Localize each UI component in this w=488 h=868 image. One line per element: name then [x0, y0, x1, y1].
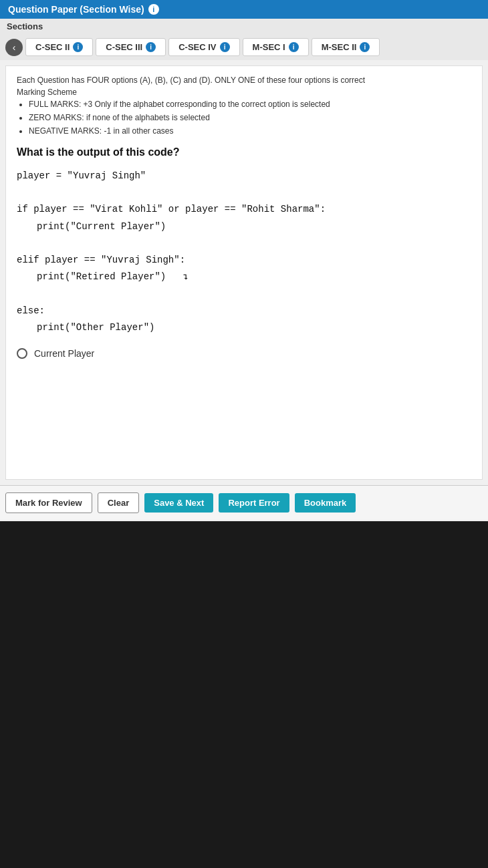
- question-text: What is the output of this code?: [17, 146, 471, 158]
- marking-scheme-info: Each Question has FOUR options (A), (B),…: [17, 74, 471, 137]
- bookmark-button[interactable]: Bookmark: [295, 493, 356, 513]
- tab-csec4[interactable]: C-SEC IV i: [168, 38, 239, 56]
- clear-button[interactable]: Clear: [98, 492, 140, 513]
- code-line-5: elif player == "Yuvraj Singh":: [17, 252, 471, 269]
- options-area: Current Player: [17, 348, 471, 359]
- code-line-3: if player == "Virat Kohli" or player == …: [17, 201, 471, 218]
- code-line-1: player = "Yuvraj Singh": [17, 168, 471, 184]
- code-line-6: print("Retired Player") ↴: [17, 269, 471, 285]
- code-block: player = "Yuvraj Singh" if player == "Vi…: [17, 168, 471, 336]
- marking-intro: Each Question has FOUR options (A), (B),…: [17, 76, 365, 85]
- tab-msec2-info[interactable]: i: [360, 42, 370, 52]
- option-1-radio[interactable]: [17, 348, 27, 359]
- code-line-blank1: [17, 184, 471, 201]
- tab-csec3[interactable]: C-SEC III i: [96, 38, 166, 56]
- tab-csec2-label: C-SEC II: [35, 42, 70, 52]
- tab-csec2[interactable]: C-SEC II i: [25, 38, 93, 56]
- footer-buttons: Mark for Review Clear Save & Next Report…: [0, 485, 488, 520]
- tab-msec2-label: M-SEC II: [322, 42, 357, 52]
- header-info-icon[interactable]: i: [148, 4, 159, 15]
- save-next-button[interactable]: Save & Next: [144, 493, 213, 513]
- black-area: [0, 521, 488, 868]
- tab-msec2[interactable]: M-SEC II i: [312, 38, 380, 56]
- tab-csec3-info[interactable]: i: [146, 42, 156, 52]
- back-button[interactable]: ‹: [5, 39, 23, 56]
- header-title: Question Paper (Section Wise): [8, 4, 144, 15]
- marking-title: Marking Scheme: [17, 88, 77, 97]
- tab-csec4-info[interactable]: i: [220, 42, 230, 52]
- marking-rule-2: ZERO MARKS: if none of the alphabets is …: [29, 112, 471, 124]
- marking-rule-1: FULL MARKS: +3 Only if the alphabet corr…: [29, 98, 471, 110]
- report-error-button[interactable]: Report Error: [219, 493, 289, 513]
- marking-rules: FULL MARKS: +3 Only if the alphabet corr…: [29, 98, 471, 137]
- code-line-8: print("Other Player"): [17, 319, 471, 336]
- code-line-4: print("Current Player"): [17, 219, 471, 235]
- tab-msec1-info[interactable]: i: [289, 42, 299, 52]
- tab-csec4-label: C-SEC IV: [178, 42, 216, 52]
- option-1-label: Current Player: [34, 348, 94, 359]
- header-bar: Question Paper (Section Wise) i: [0, 0, 488, 19]
- tab-csec3-label: C-SEC III: [106, 42, 142, 52]
- tab-msec1-label: M-SEC I: [253, 42, 285, 52]
- tabs-row: ‹ C-SEC II i C-SEC III i C-SEC IV i M-SE…: [0, 34, 488, 60]
- tab-msec1[interactable]: M-SEC I i: [243, 38, 309, 56]
- marking-rule-3: NEGATIVE MARKS: -1 in all other cases: [29, 125, 471, 137]
- sections-label: Sections: [0, 19, 488, 34]
- code-line-7: else:: [17, 303, 471, 319]
- code-line-blank3: [17, 285, 471, 302]
- mark-for-review-button[interactable]: Mark for Review: [5, 492, 92, 513]
- content-area: Each Question has FOUR options (A), (B),…: [5, 65, 483, 480]
- option-1[interactable]: Current Player: [17, 348, 471, 359]
- tab-csec2-info[interactable]: i: [73, 42, 83, 52]
- code-line-blank2: [17, 235, 471, 252]
